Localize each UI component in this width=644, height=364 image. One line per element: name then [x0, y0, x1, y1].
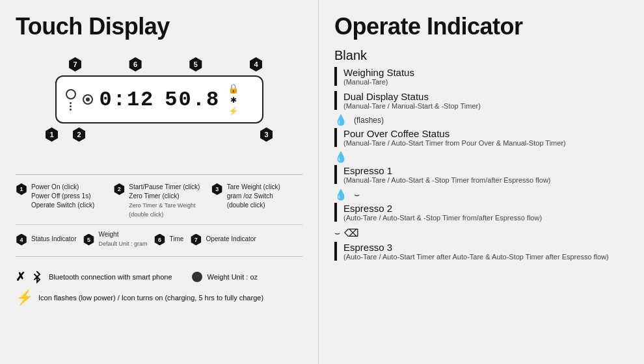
- legend-text-6: Time: [170, 235, 184, 244]
- legend-badge-4: 4: [16, 234, 27, 246]
- dot: [70, 102, 72, 104]
- weight-unit-text: Weight Unit : oz: [208, 273, 258, 281]
- scale-left-icons: [66, 89, 76, 110]
- legend-row2-item-7: 7 Operate Indicator: [190, 230, 256, 248]
- indicator-item-espresso3: Espresso 3 (Auto-Tare / Auto-Start Timer…: [334, 242, 628, 261]
- lock-icon: 🔒: [228, 83, 239, 94]
- left-title: Touch Display: [16, 13, 302, 40]
- indicator-item-weighing: Weighing Status (Manual-Tare): [334, 67, 628, 86]
- dual-subtitle: (Manual-Tare / Manual-Start & -Stop Time…: [343, 102, 628, 110]
- indicator-item-espresso2: Espresso 2 (Auto-Tare / Auto-Start & -St…: [334, 203, 628, 222]
- legend-text-4: Status Indicator: [31, 235, 76, 244]
- star-icon: ✱: [230, 96, 237, 105]
- legend-text-7: Operate Indicator: [206, 235, 256, 244]
- legend-badge-2: 2: [113, 183, 125, 195]
- legend-badge-1: 1: [16, 183, 27, 195]
- badge-2: 2: [72, 127, 87, 142]
- legend-grid: 1 Power On (click) Power Off (press 1s) …: [16, 183, 302, 219]
- circle-icon: [66, 89, 76, 99]
- blank-label: Blank: [334, 48, 628, 63]
- badge-7: 7: [68, 57, 83, 72]
- badge-6: 6: [128, 57, 142, 72]
- scale-weight: 50.8: [165, 88, 220, 112]
- bluetooth-text: Bluetooth connection with smart phone: [49, 273, 172, 281]
- espresso3-drop-row: ⌣ ⌫: [334, 227, 628, 239]
- indicator-bar-weighing: [334, 67, 337, 86]
- badge-1: 1: [45, 127, 59, 142]
- dots-icon: [70, 102, 72, 110]
- badge-3: 3: [260, 127, 274, 142]
- lightning-big-icon: ⚡: [16, 289, 33, 306]
- weight-unit-item: Weight Unit : oz: [192, 272, 258, 282]
- flashes-text: (flashes): [354, 116, 384, 125]
- dot: [70, 105, 72, 107]
- espresso1-drop-row: 💧: [334, 152, 628, 162]
- indicator-item-espresso1: Espresso 1 (Manual-Tare / Auto-Start & -…: [334, 165, 628, 184]
- legend-text-1: Power On (click) Power Off (press 1s) Op…: [31, 183, 94, 210]
- badge-4: 4: [248, 57, 263, 72]
- bottom-icons: ✗ Bluetooth connection with smart phone …: [16, 270, 302, 284]
- legend-badge-6: 6: [154, 234, 166, 246]
- indicator-content-pour-over: Pour Over Coffee Status (Manual-Tare / A…: [343, 128, 628, 147]
- badge-row-top: 7 6 5 4: [36, 57, 283, 72]
- espresso2-subtitle: (Auto-Tare / Auto-Start & -Stop Timer fr…: [343, 214, 628, 222]
- right-title: Operate Indicator: [334, 13, 628, 40]
- legend-item-1: 1 Power On (click) Power Off (press 1s) …: [16, 183, 107, 210]
- indicator-content-weighing: Weighing Status (Manual-Tare): [343, 67, 628, 86]
- indicator-bar-pour-over: [334, 128, 337, 147]
- lightning-small-icon: ⚡: [228, 107, 238, 116]
- indicator-content-espresso2: Espresso 2 (Auto-Tare / Auto-Start & -St…: [343, 203, 628, 222]
- scale-body: 0:12 50.8 🔒 ✱ ⚡: [55, 75, 263, 124]
- scale-area: 7 6 5 4 0:12 50.8 🔒: [36, 51, 283, 161]
- indicator-item-dual: Dual Display Status (Manual-Tare / Manua…: [334, 91, 628, 110]
- pour-over-subtitle: (Manual-Tare / Auto-Start Timer from Pou…: [343, 139, 628, 147]
- dual-title: Dual Display Status: [343, 91, 628, 102]
- indicator-section: Blank Weighing Status (Manual-Tare) Dual…: [334, 48, 628, 261]
- espresso2-cup-icon: ⌣: [354, 189, 360, 200]
- target-icon: [83, 94, 93, 105]
- legend-row2-item-5: 5 WeightDefault Unit : gram: [83, 230, 147, 248]
- badge-row-bottom-left: 1 2: [45, 127, 87, 142]
- right-panel: Operate Indicator Blank Weighing Status …: [319, 0, 644, 364]
- scale-right-icons: 🔒 ✱ ⚡: [228, 83, 239, 116]
- lightning-row: ⚡ Icon flashes (low power) / Icon turns …: [16, 289, 263, 306]
- espresso2-drop-row: 💧 ⌣: [334, 189, 628, 200]
- indicator-item-pour-over: Pour Over Coffee Status (Manual-Tare / A…: [334, 128, 628, 147]
- bluetooth-item: ✗ Bluetooth connection with smart phone: [16, 270, 172, 284]
- legend-badge-7: 7: [190, 234, 202, 246]
- espresso3-cup-icon: ⌫: [344, 227, 359, 239]
- legend-badge-3: 3: [211, 183, 223, 195]
- indicator-bar-espresso3: [334, 242, 337, 261]
- indicator-content-espresso1: Espresso 1 (Manual-Tare / Auto-Start & -…: [343, 165, 628, 184]
- legend-row2-item-6: 6 Time: [154, 230, 184, 248]
- legend-row2-item-4: 4 Status Indicator: [16, 230, 76, 248]
- espresso3-tare-icon: ⌣: [334, 228, 340, 239]
- indicator-bar-espresso1: [334, 165, 337, 184]
- indicator-content-dual: Dual Display Status (Manual-Tare / Manua…: [343, 91, 628, 110]
- espresso3-subtitle: (Auto-Tare / Auto-Start Timer after Auto…: [343, 253, 628, 261]
- lightning-item: ⚡ Icon flashes (low power) / Icon turns …: [16, 289, 302, 306]
- bluetooth-svg-icon: [31, 270, 44, 283]
- legend-badge-5: 5: [83, 234, 94, 246]
- legend-item-2: 2 Start/Pause Timer (click) Zero Timer (…: [113, 183, 204, 219]
- left-panel: Touch Display 7 6 5 4: [0, 0, 319, 364]
- legend-text-2: Start/Pause Timer (click) Zero Timer (cl…: [129, 183, 204, 219]
- espresso2-title: Espresso 2: [343, 203, 628, 214]
- espresso1-drop-icon: 💧: [334, 152, 347, 162]
- legend-row2: 4 Status Indicator 5 WeightDefault Unit …: [16, 224, 302, 248]
- lightning-text: Icon flashes (low power) / Icon turns on…: [38, 294, 263, 302]
- scale-time: 0:12: [100, 88, 155, 112]
- legend-text-5: WeightDefault Unit : gram: [98, 230, 147, 248]
- legend-item-3: 3 Tare Weight (click) gram /oz Switch (d…: [211, 183, 302, 210]
- pour-over-title: Pour Over Coffee Status: [343, 128, 628, 139]
- espresso3-title: Espresso 3: [343, 242, 628, 253]
- weighing-subtitle: (Manual-Tare): [343, 78, 628, 86]
- indicator-bar-dual: [334, 91, 337, 110]
- legend-section: 1 Power On (click) Power Off (press 1s) …: [16, 174, 302, 248]
- badge-5: 5: [189, 57, 203, 72]
- espresso2-drop-icon: 💧: [334, 190, 347, 200]
- dot: [70, 109, 72, 110]
- pour-over-drop-icon: 💧: [334, 115, 347, 125]
- espresso1-subtitle: (Manual-Tare / Auto-Start & -Stop Timer …: [343, 176, 628, 184]
- legend-text-3: Tare Weight (click) gram /oz Switch (dou…: [227, 183, 280, 210]
